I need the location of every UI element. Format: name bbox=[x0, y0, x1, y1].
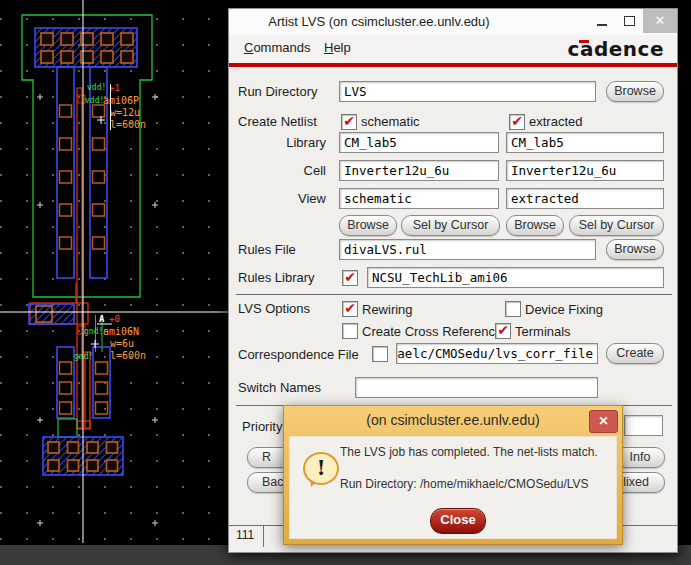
run-directory-field[interactable]: LVS bbox=[339, 81, 596, 102]
cell-extracted-field[interactable]: Inverter12u_6u bbox=[506, 160, 664, 181]
pmos-width-label: w=12u bbox=[110, 107, 140, 118]
correspondence-file-create-button[interactable]: Create bbox=[606, 343, 664, 364]
run-directory-label: Run Directory bbox=[238, 84, 317, 99]
dialog-message-line2: Run Directory: /home/mikhaelc/CMOSedu/LV… bbox=[340, 477, 589, 491]
dialog-close-action-button[interactable]: Close bbox=[430, 508, 486, 534]
rewiring-checkbox[interactable]: ✔ bbox=[342, 301, 358, 317]
pmos-net2-label: vdd! bbox=[85, 96, 104, 105]
close-icon: ✕ bbox=[655, 13, 666, 28]
cadence-logo: cadence bbox=[568, 37, 664, 61]
dialog-body: ! The LVS job has completed. The net-lis… bbox=[289, 436, 617, 539]
close-button[interactable]: ✕ bbox=[643, 9, 677, 33]
statusbar-text: 111 bbox=[236, 528, 254, 542]
extracted-browse-button[interactable]: Browse bbox=[506, 215, 564, 236]
extracted-checkbox[interactable]: ✔ bbox=[509, 114, 525, 130]
desktop: { "canvas": { "labels": { "pmos_net": "v… bbox=[0, 0, 691, 565]
pmos-model-label: ami06P bbox=[103, 95, 139, 106]
brand-divider bbox=[229, 63, 677, 67]
pmos-net-label: vdd! bbox=[87, 83, 106, 92]
rules-library-label: Rules Library bbox=[238, 270, 315, 285]
device-fixing-label: Device Fixing bbox=[525, 302, 603, 317]
create-cross-reference-label: Create Cross Reference bbox=[362, 324, 502, 339]
extracted-checkbox-label: extracted bbox=[529, 114, 582, 129]
create-netlist-label: Create Netlist bbox=[238, 114, 317, 129]
library-schematic-field[interactable]: CM_lab5 bbox=[339, 132, 499, 153]
rules-file-field[interactable]: divaLVS.rul bbox=[339, 239, 596, 260]
correspondence-file-field[interactable]: khaelc/CMOSedu/lvs_corr_file bbox=[396, 343, 598, 364]
window-controls: ✕ bbox=[589, 9, 677, 35]
layout-canvas[interactable]: vdd! +1 vdd! ami06P w=12u l=600n A +0 gn… bbox=[0, 0, 228, 565]
correspondence-file-checkbox[interactable] bbox=[372, 346, 388, 362]
extracted-sel-by-cursor-button[interactable]: Sel by Cursor bbox=[569, 215, 664, 236]
window-titlebar: Artist LVS (on csimcluster.ee.unlv.edu) … bbox=[229, 9, 677, 35]
library-label: Library bbox=[238, 135, 326, 150]
warning-icon: ! bbox=[303, 452, 339, 485]
statusbar-cell-divider bbox=[263, 525, 264, 547]
view-schematic-field[interactable]: schematic bbox=[339, 188, 499, 209]
rules-file-label: Rules File bbox=[238, 242, 296, 257]
nmos-net2-label: gnd! bbox=[74, 352, 93, 361]
switch-names-label: Switch Names bbox=[238, 380, 321, 395]
menu-commands[interactable]: Commands bbox=[244, 40, 310, 55]
schematic-browse-button[interactable]: Browse bbox=[339, 215, 397, 236]
maximize-button[interactable] bbox=[616, 9, 643, 35]
section-divider bbox=[236, 294, 672, 295]
dialog-close-button[interactable]: ✕ bbox=[589, 410, 618, 433]
dialog-close-icon: ✕ bbox=[598, 414, 608, 428]
rules-file-browse-button[interactable]: Browse bbox=[606, 239, 664, 260]
priority-field[interactable] bbox=[624, 415, 663, 436]
menu-help[interactable]: Help bbox=[324, 40, 351, 55]
library-extracted-field[interactable]: CM_lab5 bbox=[506, 132, 664, 153]
nmos-model-label: ami06N bbox=[103, 326, 139, 337]
window-title: Artist LVS (on csimcluster.ee.unlv.edu) bbox=[229, 9, 529, 35]
run-directory-browse-button[interactable]: Browse bbox=[606, 81, 664, 102]
terminals-checkbox[interactable]: ✔ bbox=[495, 323, 511, 339]
nmos-length-label: l=600n bbox=[110, 350, 146, 361]
correspondence-file-label: Correspondence File bbox=[238, 347, 359, 362]
menubar: Commands Help cadence bbox=[229, 35, 677, 63]
priority-label: Priority bbox=[242, 419, 282, 434]
cell-label: Cell bbox=[238, 163, 326, 178]
schematic-checkbox-label: schematic bbox=[361, 114, 420, 129]
switch-names-field[interactable] bbox=[355, 377, 598, 398]
device-fixing-checkbox[interactable] bbox=[505, 301, 521, 317]
nmos-marker-label: +0 bbox=[109, 314, 120, 324]
lvs-options-label: LVS Options bbox=[238, 301, 310, 316]
rules-library-field[interactable]: NCSU_TechLib_ami06 bbox=[367, 267, 664, 288]
view-label: View bbox=[238, 191, 326, 206]
lvs-complete-dialog: (on csimcluster.ee.unlv.edu) ✕ ! The LVS… bbox=[283, 405, 623, 545]
nmos-net-label: gnd! bbox=[84, 327, 103, 336]
maximize-icon bbox=[624, 16, 635, 26]
dialog-title: (on csimcluster.ee.unlv.edu) bbox=[284, 406, 622, 435]
minimize-icon bbox=[597, 24, 607, 26]
schematic-checkbox[interactable]: ✔ bbox=[341, 114, 357, 130]
cell-schematic-field[interactable]: Inverter12u_6u bbox=[339, 160, 499, 181]
pmos-length-label: l=600n bbox=[110, 119, 146, 130]
schematic-sel-by-cursor-button[interactable]: Sel by Cursor bbox=[401, 215, 500, 236]
dialog-message-line1: The LVS job has completed. The net-lists… bbox=[340, 445, 598, 459]
nmos-select-box bbox=[58, 419, 77, 437]
nmos-width-label: w=6u bbox=[110, 338, 134, 349]
terminals-label: Terminals bbox=[515, 324, 571, 339]
view-extracted-field[interactable]: extracted bbox=[506, 188, 664, 209]
create-cross-reference-checkbox[interactable] bbox=[342, 323, 358, 339]
minimize-button[interactable] bbox=[589, 9, 616, 35]
rules-library-checkbox[interactable]: ✔ bbox=[342, 270, 358, 286]
rewiring-label: Rewiring bbox=[362, 302, 413, 317]
nmos-pin-label: A bbox=[99, 314, 105, 324]
